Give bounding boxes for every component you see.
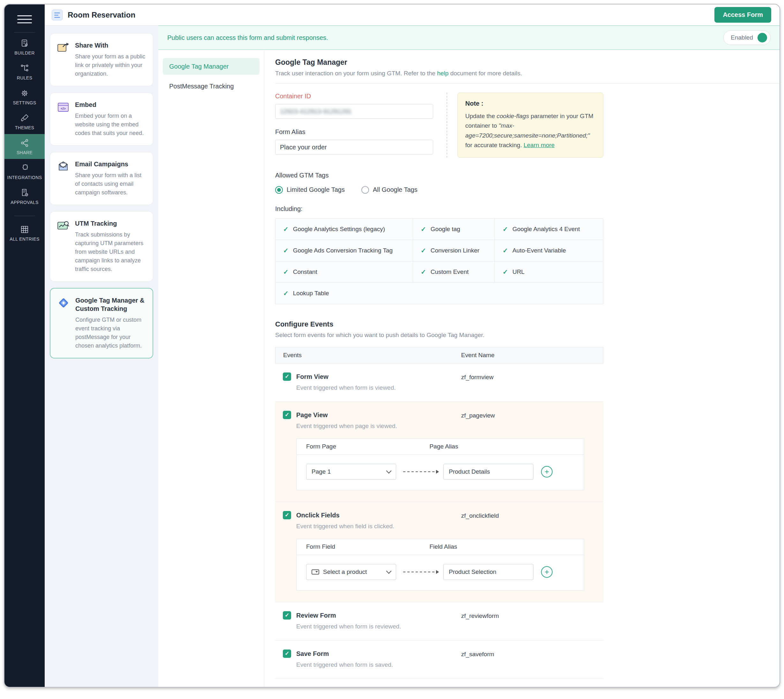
gear-icon	[20, 88, 29, 98]
field-alias-input[interactable]	[443, 564, 534, 580]
form-field-select[interactable]: Select a product	[306, 564, 396, 580]
event-description: Event triggered when field is clicked.	[296, 523, 394, 530]
check-icon: ✓	[283, 268, 288, 276]
add-page-mapping-button[interactable]: +	[541, 466, 553, 477]
sidebar-item-rules[interactable]: RULES	[5, 60, 45, 84]
learn-more-link[interactable]: Learn more	[524, 142, 554, 148]
builder-icon	[20, 39, 29, 48]
card-utm-tracking[interactable]: UTM Tracking Track submissions by captur…	[50, 211, 153, 282]
container-id-value: 12923-412913-91291291	[280, 108, 352, 115]
form-field-column-header: Form Field	[306, 543, 429, 550]
checkbox-checked-icon[interactable]: ✓	[283, 649, 291, 658]
form-alias-field[interactable]: Place your order	[275, 140, 433, 154]
checkbox-checked-icon[interactable]: ✓	[283, 411, 291, 419]
sidebar-item-label: ALL ENTRIES	[10, 237, 39, 242]
event-description: Event triggered when page is viewed.	[296, 422, 397, 430]
allowed-gtm-tags-section: Allowed GTM Tags Limited Google Tags All…	[275, 172, 603, 304]
access-form-button[interactable]: Access Form	[714, 7, 771, 23]
form-alias-label: Form Alias	[275, 128, 433, 136]
add-field-mapping-button[interactable]: +	[541, 566, 553, 578]
tag-label: Google tag	[431, 226, 460, 233]
configure-events-title: Configure Events	[275, 320, 603, 328]
event-name: zf_pageview	[461, 411, 495, 419]
checkbox-checked-icon[interactable]: ✓	[283, 611, 291, 619]
gtm-header: Google Tag Manager Track user interactio…	[275, 58, 779, 84]
event-row-onclick-fields: ✓ Onclick Fields Event triggered when fi…	[275, 502, 603, 602]
sidebar-item-approvals[interactable]: APPROVALS	[5, 184, 45, 209]
sidebar-item-share[interactable]: SHARE	[5, 134, 45, 159]
chevron-down-icon	[386, 468, 392, 473]
tab-google-tag-manager[interactable]: Google Tag Manager	[163, 58, 260, 75]
card-description: Embed your form on a website using the e…	[75, 112, 146, 137]
radio-unselected-icon	[361, 186, 369, 194]
card-email-campaigns[interactable]: Email Campaigns Share your form with a l…	[50, 152, 153, 205]
sidebar-divider	[14, 216, 35, 216]
tag-label: Lookup Table	[293, 290, 329, 297]
subtitle-text: Track user interaction on your form usin…	[275, 70, 437, 76]
sidebar-item-themes[interactable]: THEMES	[5, 109, 45, 134]
sidebar-divider	[14, 32, 35, 33]
subtitle-text: document for more details.	[449, 70, 522, 76]
radio-label: All Google Tags	[373, 186, 418, 194]
configure-events-section: Configure Events Select form events for …	[275, 320, 603, 687]
chevron-down-icon	[386, 568, 392, 573]
tab-postmessage-tracking[interactable]: PostMessage Tracking	[163, 78, 260, 94]
radio-limited-google-tags[interactable]: Limited Google Tags	[275, 186, 345, 194]
form-alias-value: Place your order	[280, 144, 327, 151]
note-segment: for accurate tracking.	[466, 142, 524, 148]
note-text: Update the cookie-flags parameter in you…	[466, 111, 595, 150]
sidebar-item-all-entries[interactable]: ALL ENTRIES	[5, 220, 45, 245]
sidebar-item-settings[interactable]: SETTINGS	[5, 84, 45, 109]
gtm-fields: Container ID 12923-412913-91291291 Form …	[275, 93, 603, 158]
form-page-select-value: Page 1	[312, 468, 331, 475]
check-icon: ✓	[283, 290, 288, 297]
event-description: Event triggered when form is reviewed.	[296, 623, 401, 630]
card-embed[interactable]: </> Embed Embed your form on a website u…	[50, 93, 153, 146]
sidebar-item-builder[interactable]: BUILDER	[5, 35, 45, 60]
event-row-review-form: ✓ Review Form Event triggered when form …	[275, 602, 603, 640]
page-alias-input[interactable]	[443, 464, 534, 480]
event-name-column-header: Event Name	[461, 352, 494, 359]
share-icon	[20, 138, 29, 148]
tag-label: Google Analytics 4 Event	[512, 226, 580, 233]
help-link[interactable]: help	[437, 70, 449, 76]
enabled-toggle[interactable]: Enabled	[723, 30, 771, 45]
card-title: Email Campaigns	[75, 160, 146, 168]
radio-all-google-tags[interactable]: All Google Tags	[361, 186, 418, 194]
tag-item: ✓Google tag	[413, 219, 495, 240]
hamburger-menu-icon[interactable]	[17, 12, 32, 27]
form-field-select-value: Select a product	[323, 568, 367, 575]
checkbox-checked-icon[interactable]: ✓	[283, 511, 291, 519]
events-table-header: Events Event Name	[275, 347, 603, 364]
event-label: Review Form	[296, 611, 401, 619]
sidebar-item-integrations[interactable]: INTEGRATIONS	[5, 159, 45, 184]
embed-icon: </>	[56, 101, 70, 114]
check-icon: ✓	[283, 247, 288, 254]
tag-label: Conversion Linker	[431, 247, 479, 254]
tracking-subnav: Google Tag Manager PostMessage Tracking	[158, 50, 264, 687]
tag-item: ✓Lookup Table	[275, 283, 603, 304]
checkbox-checked-icon[interactable]: ✓	[283, 373, 291, 381]
sidebar-item-label: SHARE	[17, 150, 33, 155]
public-access-banner: Public users can access this form and su…	[158, 25, 779, 50]
event-label: Save Form	[296, 649, 393, 658]
card-google-tag-manager[interactable]: Google Tag Manager & Custom Tracking Con…	[50, 288, 153, 358]
top-bar: Room Reservation Access Form	[45, 5, 779, 25]
form-page-select[interactable]: Page 1	[306, 464, 396, 480]
dashed-divider	[447, 93, 447, 158]
check-icon: ✓	[502, 268, 508, 276]
card-share-with[interactable]: Share With Share your form as a public l…	[50, 33, 153, 86]
tag-item: ✓Google Analytics 4 Event	[495, 219, 603, 240]
configure-events-subtitle: Select form events for which you want to…	[275, 331, 603, 339]
radio-label: Limited Google Tags	[287, 186, 345, 194]
card-description: Configure GTM or custom event tracking v…	[75, 316, 146, 350]
event-description: Event triggered when form is saved.	[296, 661, 393, 668]
container-id-field[interactable]: 12923-412913-91291291	[275, 104, 433, 119]
allowed-tags-label: Allowed GTM Tags	[275, 172, 603, 179]
check-icon: ✓	[283, 225, 288, 233]
event-label: Page View	[296, 411, 397, 419]
event-name: zf_saveform	[461, 649, 494, 658]
banner-message: Public users can access this form and su…	[167, 34, 328, 41]
field-alias-column-header: Field Alias	[429, 543, 457, 550]
share-with-icon	[56, 41, 70, 55]
